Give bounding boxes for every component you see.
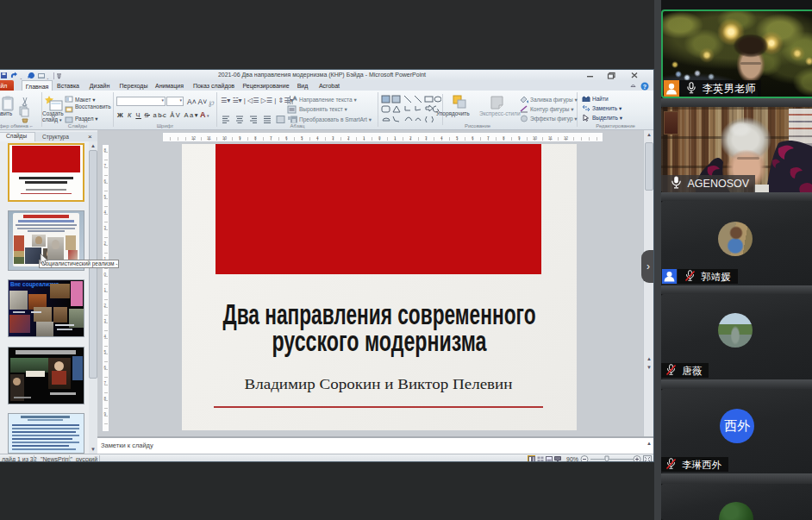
- svg-text:℘: ℘: [209, 97, 215, 107]
- svg-text:˯: ˯: [20, 72, 22, 80]
- svg-text:A: A: [293, 96, 297, 101]
- svg-text:˯: ˯: [47, 72, 49, 80]
- svg-text:русского модернизма: русского модернизма: [272, 325, 487, 357]
- svg-text:?: ?: [643, 84, 646, 90]
- svg-text:Владимир Сорокин и Виктор Пеле: Владимир Сорокин и Виктор Пелевин: [245, 375, 513, 392]
